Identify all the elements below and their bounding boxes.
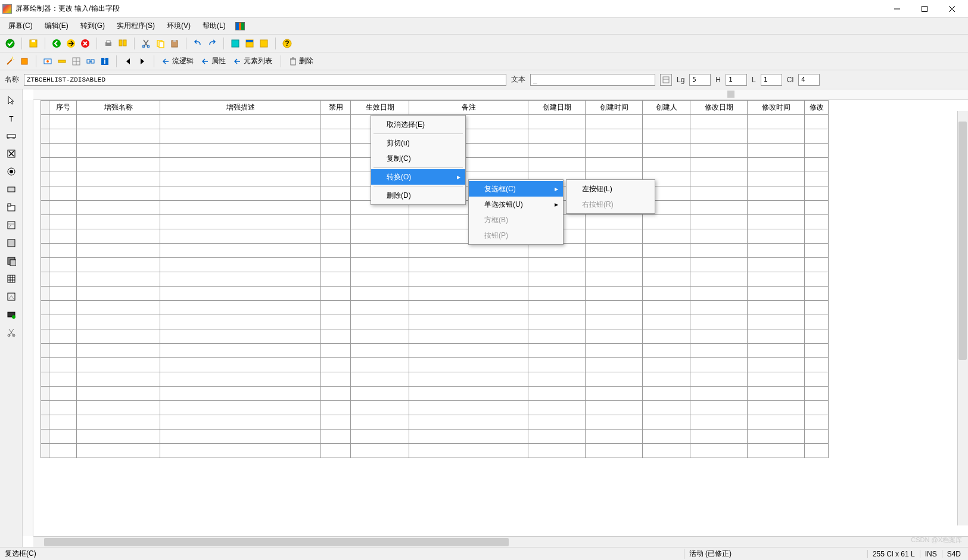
row-num[interactable]: [41, 401, 49, 415]
table-cell[interactable]: [409, 329, 528, 344]
col-header-3[interactable]: 禁用: [321, 101, 351, 115]
table-cell[interactable]: [643, 115, 690, 129]
table-cell[interactable]: [351, 229, 409, 244]
table-cell[interactable]: [528, 144, 586, 158]
table-cell[interactable]: [748, 229, 805, 244]
table-cell[interactable]: [586, 158, 643, 172]
table-cell[interactable]: [643, 372, 690, 387]
ruler-left[interactable]: [23, 100, 33, 536]
table-cell[interactable]: [49, 158, 77, 172]
table-cell[interactable]: [351, 387, 409, 401]
table-cell[interactable]: [49, 444, 77, 458]
table-cell[interactable]: [586, 144, 643, 158]
col-header-11[interactable]: 修改: [805, 101, 829, 115]
table-cell[interactable]: [805, 186, 829, 201]
table-cell[interactable]: [351, 415, 409, 430]
table-cell[interactable]: [77, 144, 160, 158]
redo-icon[interactable]: [206, 37, 219, 50]
print-icon[interactable]: [102, 37, 115, 50]
row-num[interactable]: [41, 186, 49, 201]
l-input[interactable]: [761, 74, 782, 86]
table-cell[interactable]: [748, 172, 805, 186]
table-cell[interactable]: [321, 244, 351, 258]
row-num[interactable]: [41, 372, 49, 387]
table-cell[interactable]: [690, 329, 748, 344]
table-cell[interactable]: [49, 415, 77, 430]
cm-convert[interactable]: 转换(O)▸: [371, 169, 465, 185]
table-cell[interactable]: [49, 229, 77, 244]
table-cell[interactable]: [321, 301, 351, 315]
table-cell[interactable]: [690, 144, 748, 158]
table-cell[interactable]: [528, 430, 586, 444]
menu-utilities[interactable]: 实用程序(S): [112, 18, 160, 33]
table-cell[interactable]: [643, 258, 690, 272]
table-cell[interactable]: [77, 229, 160, 244]
cm-cut[interactable]: 剪切(u): [371, 135, 465, 151]
screen-attr-icon[interactable]: [41, 55, 54, 68]
radio-tool-icon[interactable]: [3, 163, 20, 180]
table-cell[interactable]: [528, 444, 586, 458]
table-cell[interactable]: [748, 301, 805, 315]
table-cell[interactable]: [49, 372, 77, 387]
pointer-tool-icon[interactable]: [3, 92, 20, 108]
table-cell[interactable]: [586, 358, 643, 372]
status-tool-icon[interactable]: [3, 306, 20, 323]
table-cell[interactable]: [77, 115, 160, 129]
table-cell[interactable]: [49, 387, 77, 401]
row-num[interactable]: [41, 115, 49, 129]
row-num[interactable]: [41, 444, 49, 458]
table-cell[interactable]: [49, 344, 77, 358]
grid-icon[interactable]: [70, 55, 83, 68]
table-cell[interactable]: [321, 344, 351, 358]
table-cell[interactable]: [409, 444, 528, 458]
table-cell[interactable]: [690, 129, 748, 144]
table-cell[interactable]: [528, 244, 586, 258]
table-cell[interactable]: [690, 444, 748, 458]
table-cell[interactable]: [351, 287, 409, 301]
cl-input[interactable]: [798, 74, 820, 86]
prev-icon[interactable]: [122, 55, 135, 68]
table-cell[interactable]: [321, 430, 351, 444]
table-cell[interactable]: [690, 430, 748, 444]
cm-delete[interactable]: 删除(D): [371, 188, 465, 203]
table-cell[interactable]: [321, 401, 351, 415]
table-cell[interactable]: [586, 315, 643, 329]
table-cell[interactable]: [77, 172, 160, 186]
cm-left-button[interactable]: 左按钮(L): [567, 181, 655, 197]
col-header-7[interactable]: 创建时间: [586, 101, 643, 115]
table-cell[interactable]: [643, 430, 690, 444]
table-cell[interactable]: [748, 358, 805, 372]
table-cell[interactable]: [160, 401, 321, 415]
col-header-5[interactable]: 备注: [409, 101, 528, 115]
table-cell[interactable]: [160, 358, 321, 372]
row-num[interactable]: [41, 201, 49, 215]
lg-input[interactable]: [689, 74, 711, 86]
row-num[interactable]: [41, 387, 49, 401]
table-cell[interactable]: [805, 430, 829, 444]
link-icon[interactable]: [84, 55, 97, 68]
horizontal-scrollbar[interactable]: [33, 536, 968, 547]
table-cell[interactable]: [528, 344, 586, 358]
table-cell[interactable]: [321, 315, 351, 329]
table-cell[interactable]: [321, 229, 351, 244]
dictionary-icon[interactable]: [18, 55, 31, 68]
table-cell[interactable]: [321, 387, 351, 401]
table-cell[interactable]: [690, 244, 748, 258]
table-cell[interactable]: [160, 315, 321, 329]
table-cell[interactable]: [160, 186, 321, 201]
table-cell[interactable]: [805, 258, 829, 272]
table-cell[interactable]: [77, 258, 160, 272]
paste-icon[interactable]: [168, 37, 181, 50]
table-cell[interactable]: [643, 158, 690, 172]
table-cell[interactable]: [748, 415, 805, 430]
table-cell[interactable]: [586, 372, 643, 387]
undo-icon[interactable]: [191, 37, 204, 50]
table-cell[interactable]: [643, 244, 690, 258]
table-cell[interactable]: [49, 129, 77, 144]
table-cell[interactable]: [528, 115, 586, 129]
table-cell[interactable]: [528, 315, 586, 329]
table-cell[interactable]: [160, 229, 321, 244]
row-num[interactable]: [41, 272, 49, 287]
table-cell[interactable]: [351, 372, 409, 387]
table-cell[interactable]: [160, 287, 321, 301]
